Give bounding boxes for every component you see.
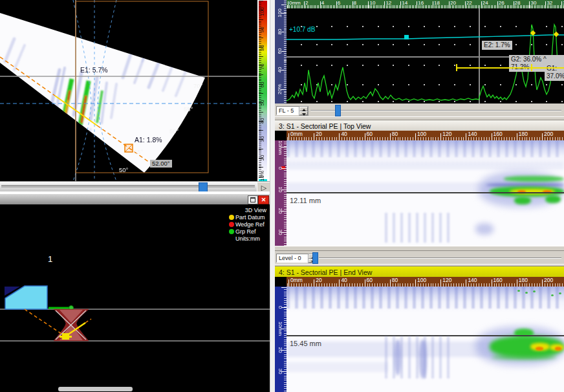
- tcg-point-marker[interactable]: [404, 35, 409, 39]
- indication-green-lower: [514, 197, 531, 204]
- sector-scan-slider[interactable]: ▷: [0, 181, 270, 192]
- indication-green-upper: [504, 176, 564, 182]
- tick-label: 100: [417, 278, 426, 283]
- tick-label: 0: [277, 167, 283, 169]
- gain-label: +10.7 dB: [289, 27, 315, 33]
- topview-depth-cursor[interactable]: [287, 192, 564, 193]
- tick-label: 160: [494, 278, 503, 283]
- scan-texture: [287, 140, 564, 157]
- tick-label: 2: [305, 1, 308, 6]
- tick-label: 24: [483, 1, 488, 6]
- topview-panel: 12.11 mm: [287, 140, 564, 246]
- ruler-corner: [275, 131, 287, 140]
- ultrasound-inspection-app: E1: 5.7% A1: 1.8% 52.00° 70°55°50°55°50°…: [0, 0, 564, 392]
- legend-color-dot-icon: [229, 229, 234, 234]
- tick-label: 100: [260, 7, 265, 16]
- gate-end-tick[interactable]: [531, 64, 532, 71]
- amplitude-colorbar: 100908070605040302010%: [257, 0, 270, 181]
- view3d-panel: 1 3D View Part DatumWedge RefGrp RefUnit…: [0, 204, 270, 392]
- tick-label: 12: [385, 1, 391, 6]
- focal-law-slider[interactable]: [310, 110, 561, 111]
- tick-label: 80: [392, 278, 398, 283]
- gate-peak-markers: [530, 30, 559, 37]
- gate-start-tick[interactable]: [456, 64, 457, 71]
- endview-panel: 15.45 mm: [287, 287, 564, 392]
- ascan-distance-ruler: 0mm246810121416182022242628303234: [287, 0, 564, 8]
- tick-label: 100: [277, 8, 283, 17]
- focal-law-value[interactable]: FL - 5: [276, 106, 299, 115]
- view3d-scrollbar[interactable]: [58, 387, 133, 391]
- indication-orange-core: [536, 347, 543, 351]
- sector-scan-panel: E1: 5.7% A1: 1.8% 52.00° 70°55°50°55°50°: [0, 0, 257, 181]
- tick-label: 60: [367, 131, 373, 137]
- legend-item: Grp Ref: [229, 228, 269, 235]
- legend-item-label: Grp Ref: [235, 228, 256, 235]
- tick-label: 10: [277, 187, 283, 193]
- scan-band: [287, 162, 564, 169]
- green-speck: [525, 292, 528, 294]
- tick-label: 120: [442, 131, 451, 137]
- tick-label: 140: [468, 131, 477, 137]
- gate-line[interactable]: [456, 67, 564, 69]
- tick-label: 40: [260, 118, 265, 124]
- focal-law-bar: FL - 5: [275, 103, 564, 116]
- sector-scan-image: [0, 0, 257, 181]
- arc-angle-label: 70°: [193, 83, 202, 89]
- beam-angle-badge: 52.00°: [150, 160, 172, 168]
- tick-label: 10%: [260, 171, 265, 181]
- legend-item: Wedge Ref: [229, 221, 269, 228]
- legend-item-label: Wedge Ref: [235, 221, 265, 228]
- close-window-button[interactable]: ✕: [258, 195, 269, 204]
- tick-label: 30: [277, 369, 283, 375]
- arc-angle-label: 55°: [184, 106, 193, 113]
- tick-label: 200: [544, 278, 553, 283]
- group-number-label: 1: [48, 255, 52, 263]
- view3d-titlebar[interactable]: ✕: [0, 194, 270, 205]
- tick-label: 14: [402, 1, 407, 6]
- tick-label: 100: [417, 131, 426, 137]
- panel-separator: [275, 246, 564, 251]
- faint-streak-strong: [419, 340, 427, 378]
- scan-texture: [287, 287, 564, 309]
- ascan-panel: +10.7 dB E2: 1.7% G2: 36.0% ^ 71.2% G1: …: [287, 8, 564, 103]
- topview-scan-ruler: 0mm20406080100120140160180200220: [287, 131, 564, 140]
- tick-label: 80: [392, 131, 398, 137]
- legend-item: Part Datum: [229, 213, 269, 221]
- topview-index-ruler: -10mm0102030: [275, 140, 287, 246]
- green-speck: [559, 292, 561, 294]
- ascan-amplitude-ruler: 10080604020%: [275, 0, 287, 103]
- play-icon: ▷: [261, 184, 266, 192]
- topview-titlebar[interactable]: 3: S1 - Sectorial PE | Top View: [275, 120, 564, 131]
- arc-angle-label: 55°: [134, 149, 143, 155]
- arc-angle-label: 50°: [119, 167, 128, 173]
- faint-blob: [475, 223, 494, 235]
- beam-marker[interactable]: [125, 144, 133, 152]
- spin-down-icon[interactable]: [299, 111, 308, 116]
- tick-label: 20%: [277, 84, 283, 94]
- level-bar: Level - 0: [275, 251, 564, 264]
- tick-label: 0mm: [290, 278, 303, 283]
- tick-label: 50: [260, 100, 265, 106]
- e2-badge: E2: 1.7%: [482, 41, 512, 50]
- endview-measurement: 15.45 mm: [290, 340, 321, 347]
- tick-label: 30: [531, 1, 537, 6]
- level-slider-thumb[interactable]: [312, 252, 318, 264]
- restore-window-button[interactable]: [248, 195, 258, 204]
- focal-law-slider-thumb[interactable]: [335, 105, 341, 116]
- faint-streaks: [385, 213, 453, 243]
- tcg-curve: [287, 35, 564, 39]
- tick-label: 70: [260, 63, 265, 69]
- endview-depth-ruler: 010mm2030: [275, 287, 287, 392]
- indication-green-wisp: [492, 354, 556, 360]
- slider-groove: [1, 185, 255, 188]
- tick-label: 0: [277, 306, 283, 309]
- slider-thumb[interactable]: [199, 182, 208, 192]
- level-value[interactable]: Level - 0: [276, 254, 309, 263]
- focal-law-spinner[interactable]: [299, 106, 309, 116]
- level-slider[interactable]: [319, 257, 561, 259]
- endview-titlebar-active[interactable]: 4: S1 - Sectorial PE | End View: [275, 267, 564, 278]
- green-speck: [517, 290, 520, 292]
- tick-label: 120: [442, 278, 451, 283]
- legend-item-label: Part Datum: [235, 214, 265, 221]
- tick-label: 20: [277, 347, 283, 353]
